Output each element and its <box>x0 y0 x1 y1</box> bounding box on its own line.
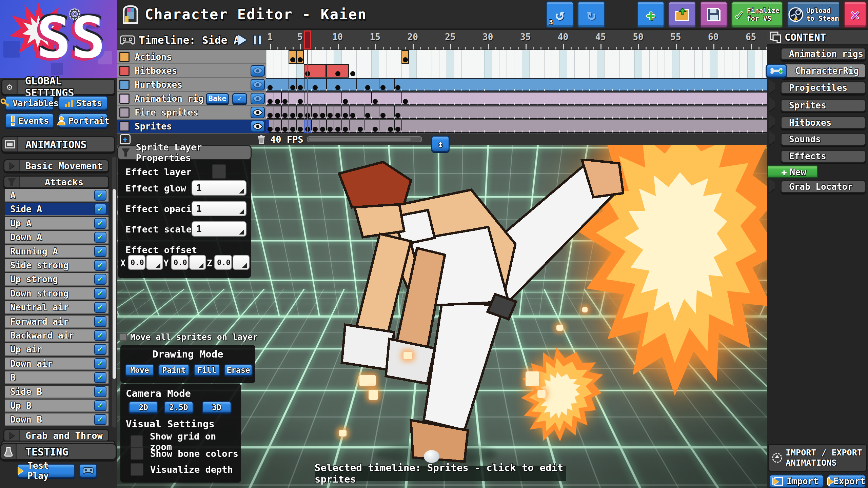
drag-handle-icon[interactable] <box>239 230 244 235</box>
enabled-check-button[interactable]: ✓ <box>94 190 106 201</box>
timeline-track-actions[interactable]: Actions <box>117 50 266 64</box>
animations-scrollbar[interactable] <box>112 157 116 428</box>
timeline-track-animation-rig[interactable]: Animation rigBake✓ <box>117 92 266 106</box>
animation-item-side-b[interactable]: Side B✓ <box>5 386 108 399</box>
content-item-animation-rigs[interactable]: Animation rigs <box>767 47 868 60</box>
timeline-track-hurtboxes[interactable]: Hurtboxes <box>117 78 266 92</box>
redo-button[interactable]: ↻ <box>577 1 605 28</box>
new-button[interactable]: ✚ <box>637 1 665 28</box>
settings-gear-button[interactable]: ⚙ <box>64 1 85 26</box>
camera-mode-3d-button[interactable]: 3D <box>202 401 232 413</box>
section-basic-movement[interactable]: Basic Movement <box>3 159 109 172</box>
timeline-lane-fire-sprites[interactable] <box>266 106 770 120</box>
rig-check-toggle[interactable]: ✓ <box>232 93 247 104</box>
drag-handle-icon[interactable] <box>239 189 244 194</box>
variables-button[interactable]: Variables <box>5 96 54 110</box>
drag-handle-icon[interactable] <box>239 209 244 214</box>
timeline-scrollbar[interactable] <box>307 136 422 142</box>
draw-mode-fill-button[interactable]: Fill <box>194 364 220 376</box>
timeline-track-fire-sprites[interactable]: Fire sprites <box>117 106 266 120</box>
visibility-eye-button[interactable] <box>251 121 265 132</box>
content-item-hitboxes[interactable]: Hitboxes <box>767 116 868 129</box>
animation-item-down-a[interactable]: Down A✓ <box>5 231 108 244</box>
load-button[interactable] <box>668 1 696 28</box>
enabled-check-button[interactable]: ✓ <box>94 386 106 397</box>
stats-button[interactable]: Stats <box>58 96 108 110</box>
effect-opacity-input[interactable]: 1 <box>192 201 246 216</box>
timeline-lane-actions[interactable] <box>266 50 770 64</box>
animation-item-running-a[interactable]: Running A✓ <box>5 245 108 258</box>
animation-item-down-air[interactable]: Down air✓ <box>5 358 108 370</box>
animation-item-forward-air[interactable]: Forward air✓ <box>5 316 108 328</box>
visibility-eye-button[interactable] <box>251 79 265 90</box>
add-track-button[interactable]: ✚ <box>120 134 131 144</box>
section-grab-and-throw[interactable]: Grab and Throw <box>3 429 109 442</box>
test-play-button[interactable]: Test Play <box>17 464 75 478</box>
drag-handle-icon[interactable] <box>199 263 203 268</box>
enabled-check-button[interactable]: ✓ <box>94 204 106 215</box>
animation-item-side-strong[interactable]: Side strong✓ <box>5 259 108 272</box>
playhead-marker[interactable] <box>304 30 311 49</box>
timeline-track-sprites[interactable]: Sprites <box>117 120 266 134</box>
section-attacks[interactable]: Attacks <box>3 176 109 188</box>
content-item-projectiles[interactable]: Projectiles <box>767 81 868 94</box>
content-item-sprites[interactable]: Sprites <box>767 99 868 112</box>
animation-item-up-air[interactable]: Up air✓ <box>5 343 108 356</box>
content-item-effects[interactable]: Effects <box>767 150 868 163</box>
save-button[interactable] <box>700 1 728 28</box>
visual-setting-show-bone-colors[interactable]: Show bone colors <box>131 447 238 460</box>
animation-item-down-strong[interactable]: Down strong✓ <box>5 287 108 300</box>
drag-handle-icon[interactable] <box>156 263 160 268</box>
offset-x-input[interactable]: 0.0 <box>128 255 145 270</box>
bake-button[interactable]: Bake <box>206 93 229 104</box>
enabled-check-button[interactable]: ✓ <box>94 344 106 355</box>
visibility-eye-button[interactable] <box>251 107 265 118</box>
move-all-sprites-checkbox[interactable]: Move all sprites on layer <box>119 332 258 342</box>
animation-item-up-strong[interactable]: Up strong✓ <box>5 273 108 286</box>
import-button[interactable]: Import <box>769 474 824 488</box>
enabled-check-button[interactable]: ✓ <box>94 288 106 299</box>
checkbox[interactable] <box>131 435 143 448</box>
character-sprite[interactable] <box>326 159 624 474</box>
timeline-resize-handle[interactable]: ↕ <box>431 136 450 152</box>
scrollbar-thumb[interactable] <box>309 138 411 141</box>
timeline-track-hitboxes[interactable]: Hitboxes <box>117 64 266 78</box>
draw-mode-move-button[interactable]: Move <box>125 364 154 376</box>
animation-item-down-b[interactable]: Down B✓ <box>5 413 108 426</box>
portrait-button[interactable]: Portrait <box>58 113 108 128</box>
content-item-new[interactable]: ✚New <box>767 165 868 178</box>
finalize-button[interactable]: ✓ Finalizefor VS <box>731 1 783 28</box>
content-item-sounds[interactable]: Sounds <box>767 133 868 146</box>
offset-x-drag[interactable] <box>146 255 163 270</box>
draw-mode-paint-button[interactable]: Paint <box>158 364 190 376</box>
offset-y-drag[interactable] <box>189 255 206 270</box>
animation-item-a[interactable]: A✓ <box>5 189 108 202</box>
enabled-check-button[interactable]: ✓ <box>94 316 106 327</box>
animation-item-neutral-air[interactable]: Neutral air✓ <box>5 301 108 314</box>
offset-z-drag[interactable] <box>233 255 250 270</box>
camera-mode-2d-button[interactable]: 2D <box>129 401 158 413</box>
visual-setting-visualize-depth[interactable]: Visualize depth <box>131 463 233 476</box>
content-item-grab-locator[interactable]: Grab Locator <box>767 180 868 193</box>
animation-item-up-a[interactable]: Up A✓ <box>5 217 108 230</box>
close-button[interactable]: ✕ <box>844 1 867 28</box>
timeline-lane-hitboxes[interactable] <box>266 64 770 78</box>
enabled-check-button[interactable]: ✓ <box>94 274 106 285</box>
camera-mode-2-5d-button[interactable]: 2.5D <box>164 401 194 413</box>
draw-mode-erase-button[interactable]: Erase <box>224 364 253 376</box>
offset-y-input[interactable]: 0.0 <box>171 255 189 270</box>
timeline-lane-hurtboxes[interactable] <box>266 78 770 92</box>
enabled-check-button[interactable]: ✓ <box>94 232 106 243</box>
enabled-check-button[interactable]: ✓ <box>94 372 106 383</box>
props-titlebar[interactable]: Sprite Layer Properties <box>117 145 252 160</box>
events-button[interactable]: Events <box>5 113 54 128</box>
enabled-check-button[interactable]: ✓ <box>94 302 106 313</box>
drag-handle-icon[interactable] <box>242 263 247 268</box>
checkbox[interactable] <box>131 447 143 460</box>
timeline-ruler[interactable]: 15101520253035404550556065 <box>117 30 770 50</box>
test-gamepad-button[interactable] <box>79 464 97 478</box>
enabled-check-button[interactable]: ✓ <box>94 246 106 257</box>
effect-glow-input[interactable]: 1 <box>192 180 246 196</box>
enabled-check-button[interactable]: ✓ <box>94 414 106 425</box>
enabled-check-button[interactable]: ✓ <box>94 260 106 271</box>
